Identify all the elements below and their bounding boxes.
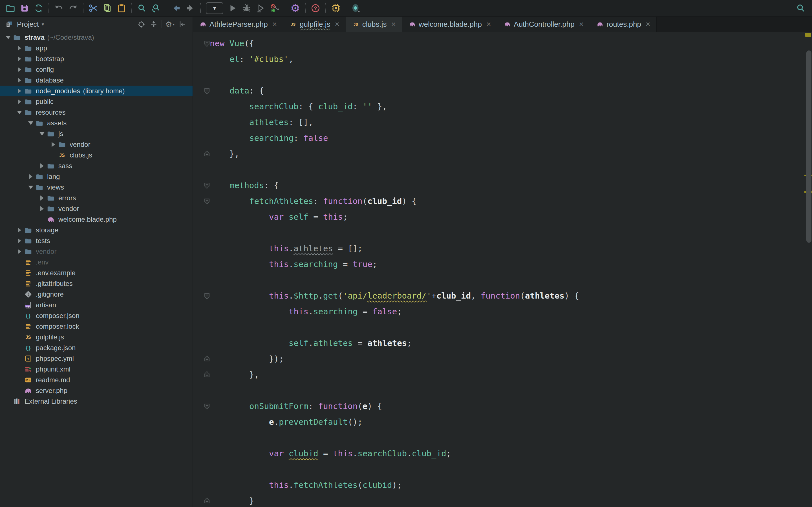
close-icon[interactable]: ×	[272, 20, 277, 28]
run-button[interactable]	[225, 2, 240, 14]
tree-item-errors[interactable]: errors	[0, 193, 193, 203]
tree-item-gitattributes[interactable]: .gitattributes	[0, 278, 193, 289]
tab-welcome-blade-php[interactable]: welcome.blade.php×	[402, 17, 497, 32]
undo-button[interactable]	[52, 2, 66, 14]
open-project-button[interactable]	[3, 2, 17, 14]
chevron-expanded-icon[interactable]	[38, 128, 46, 139]
cut-button[interactable]	[86, 2, 100, 14]
chevron-collapsed-icon[interactable]	[15, 54, 23, 64]
tree-item-external-libraries[interactable]: External Libraries	[0, 396, 193, 407]
tree-item-env-example[interactable]: .env.example	[0, 268, 193, 278]
chevron-collapsed-icon[interactable]	[15, 235, 23, 246]
tree-item-config[interactable]: config	[0, 64, 193, 75]
close-icon[interactable]: ×	[335, 20, 339, 28]
tree-item-database[interactable]: database	[0, 75, 193, 86]
code-line: new Vue({	[193, 36, 804, 51]
panel-settings-button[interactable]: ⚙▾	[164, 18, 176, 30]
tree-item-views[interactable]: views	[0, 182, 193, 193]
chevron-expanded-icon[interactable]	[4, 32, 12, 43]
tree-item-composer-json[interactable]: {}composer.json	[0, 311, 193, 321]
project-panel-title[interactable]: Project	[17, 20, 39, 29]
tree-item-public[interactable]: public	[0, 96, 193, 107]
tab-authcontroller-php[interactable]: AuthController.php×	[497, 17, 590, 32]
chevron-collapsed-icon[interactable]	[38, 161, 46, 171]
close-icon[interactable]: ×	[579, 20, 583, 28]
chevron-collapsed-icon[interactable]	[38, 193, 46, 203]
chevron-down-icon[interactable]: ▾	[42, 21, 44, 27]
tree-item-composer-lock[interactable]: composer.lock	[0, 321, 193, 332]
chevron-collapsed-icon[interactable]	[15, 96, 23, 107]
tree-item-strava[interactable]: strava(~/Code/strava)	[0, 32, 193, 43]
redo-button[interactable]	[66, 2, 80, 14]
tab-gulpfile-js[interactable]: JSgulpfile.js×	[283, 17, 346, 32]
chevron-expanded-icon[interactable]	[27, 118, 35, 128]
close-icon[interactable]: ×	[646, 20, 650, 28]
tree-item-node-modules[interactable]: node_modules(library home)	[0, 86, 193, 96]
hide-panel-button[interactable]	[176, 18, 189, 30]
paste-button[interactable]	[114, 2, 129, 14]
synchronize-button[interactable]	[32, 2, 46, 14]
close-icon[interactable]: ×	[391, 20, 396, 28]
tree-item-gulpfile-js[interactable]: JSgulpfile.js	[0, 332, 193, 342]
plugins-button[interactable]	[329, 2, 343, 14]
chevron-collapsed-icon[interactable]	[15, 225, 23, 235]
chevron-collapsed-icon[interactable]	[15, 246, 23, 257]
close-icon[interactable]: ×	[486, 20, 491, 28]
tree-item-gitignore[interactable]: .gitignore	[0, 289, 193, 300]
tree-item-resources[interactable]: resources	[0, 107, 193, 118]
tree-item-app[interactable]: app	[0, 43, 193, 54]
tab-clubs-js[interactable]: JSclubs.js×	[346, 17, 402, 32]
tree-item-artisan[interactable]: phpartisan	[0, 300, 193, 311]
forward-button[interactable]	[183, 2, 197, 14]
back-button[interactable]	[169, 2, 183, 14]
find-button[interactable]	[135, 2, 149, 14]
plugin-widget-button[interactable]	[349, 2, 363, 14]
tree-item-js[interactable]: js	[0, 128, 193, 139]
tree-item-tests[interactable]: tests	[0, 235, 193, 246]
tree-item-assets[interactable]: assets	[0, 118, 193, 128]
settings-button[interactable]: ⚙	[288, 2, 302, 14]
tree-item-storage[interactable]: storage	[0, 225, 193, 235]
collapse-all-button[interactable]	[147, 18, 160, 30]
project-tree[interactable]: strava(~/Code/strava)appbootstrapconfigd…	[0, 32, 193, 507]
run-configuration-dropdown[interactable]: ▾	[206, 2, 223, 14]
tree-item-sass[interactable]: sass	[0, 161, 193, 171]
chevron-collapsed-icon[interactable]	[38, 203, 46, 214]
chevron-collapsed-icon[interactable]	[15, 86, 23, 96]
attach-debugger-button[interactable]	[268, 2, 282, 14]
inspection-status-indicator[interactable]	[805, 33, 811, 37]
code-editor[interactable]: new Vue({el: '#clubs',data: {searchClub:…	[193, 32, 812, 507]
search-everywhere-button[interactable]	[795, 2, 807, 14]
tree-item-server-php[interactable]: server.php	[0, 385, 193, 396]
tree-item-env[interactable]: .env	[0, 257, 193, 268]
tree-item-vendor[interactable]: vendor	[0, 203, 193, 214]
chevron-collapsed-icon[interactable]	[27, 171, 35, 182]
chevron-expanded-icon[interactable]	[15, 107, 23, 118]
run-context-button[interactable]	[254, 2, 268, 14]
chevron-collapsed-icon[interactable]	[15, 43, 23, 54]
tree-item-lang[interactable]: lang	[0, 171, 193, 182]
chevron-collapsed-icon[interactable]	[49, 139, 57, 150]
tab-athleteparser-php[interactable]: AthleteParser.php×	[193, 17, 283, 32]
chevron-collapsed-icon[interactable]	[15, 64, 23, 75]
debug-button[interactable]	[240, 2, 254, 14]
tree-item-phpspec-yml[interactable]: Yphpspec.yml	[0, 353, 193, 364]
code-line: var self = this;	[193, 209, 804, 225]
tree-item-package-json[interactable]: {}package.json	[0, 342, 193, 353]
tree-item-clubs-js[interactable]: JSclubs.js	[0, 150, 193, 161]
copy-button[interactable]	[100, 2, 114, 14]
locate-button[interactable]	[135, 18, 147, 30]
replace-button[interactable]	[149, 2, 163, 14]
chevron-expanded-icon[interactable]	[27, 182, 35, 193]
tree-item-bootstrap[interactable]: bootstrap	[0, 54, 193, 64]
help-button[interactable]: ?	[308, 2, 322, 14]
editor-scrollbar[interactable]	[806, 50, 811, 243]
tree-item-vendor[interactable]: vendor	[0, 139, 193, 150]
tab-routes-php[interactable]: routes.php×	[590, 17, 657, 32]
tree-item-phpunit-xml[interactable]: phpunit.xml	[0, 364, 193, 375]
save-all-button[interactable]	[17, 2, 32, 14]
tree-item-vendor[interactable]: vendor	[0, 246, 193, 257]
tree-item-readme-md[interactable]: M↓readme.md	[0, 375, 193, 385]
chevron-collapsed-icon[interactable]	[15, 75, 23, 86]
tree-item-welcome-blade-php[interactable]: welcome.blade.php	[0, 214, 193, 225]
